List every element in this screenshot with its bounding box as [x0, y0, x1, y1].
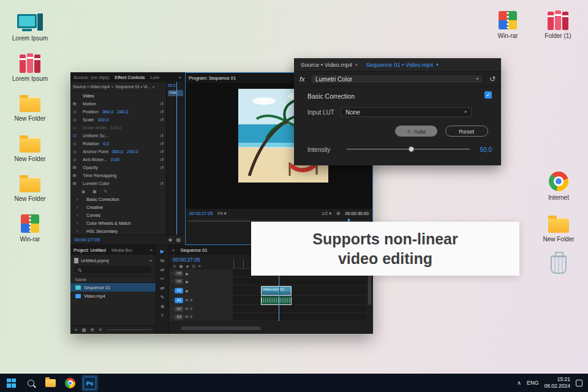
start-button[interactable]	[3, 375, 20, 391]
project-search-input[interactable]	[74, 266, 152, 273]
reset-parameter-icon[interactable]: ↺	[160, 117, 164, 123]
chrome-button[interactable]	[62, 375, 78, 391]
show-keyframes-icon[interactable]: ◉	[168, 237, 172, 243]
desktop-shortcut[interactable]: Win-rar	[9, 211, 51, 243]
sequence-tab[interactable]: Sequence 01	[180, 247, 207, 253]
project-file-row[interactable]: Untitled.prproj ≡	[70, 256, 156, 265]
panel-tab[interactable]: Effect Controls	[115, 75, 145, 80]
effect-row-icon[interactable]: ›	[77, 197, 85, 202]
track-header[interactable]: ▫ A1 M S	[169, 296, 233, 304]
timeline-horizontal-scrollbar[interactable]	[181, 326, 261, 330]
track-badge[interactable]: V2	[175, 279, 183, 284]
tab-overflow-icon[interactable]: »	[148, 247, 153, 253]
effect-row-icon[interactable]: ⊙	[73, 110, 81, 115]
delete-icon[interactable]: ✕	[99, 327, 102, 333]
effect-value[interactable]: 100,0	[110, 125, 121, 130]
effect-select-dropdown[interactable]: Lumetri Color ▾	[311, 74, 483, 84]
new-bin-icon[interactable]: ⊞	[90, 327, 94, 333]
type-tool[interactable]: T	[156, 311, 168, 320]
track-badge[interactable]: A1	[175, 298, 183, 303]
track-toggle-icon[interactable]: S	[190, 315, 192, 318]
effect-row-icon[interactable]: ›	[77, 205, 85, 209]
add-marker-icon[interactable]: ◈	[186, 264, 189, 269]
taskbar-search-button[interactable]	[23, 375, 39, 391]
language-indicator[interactable]: ENG	[527, 380, 539, 386]
track-header[interactable]: ▫ A2 M S	[169, 305, 233, 312]
timeline-settings-icon[interactable]: ⊡	[192, 264, 195, 269]
desktop-shortcut[interactable]: Internet	[537, 169, 580, 202]
track-lane[interactable]	[233, 313, 366, 320]
zoom-slider[interactable]	[107, 330, 151, 330]
track-toggle-icon[interactable]: M	[185, 298, 188, 302]
pen-tool[interactable]: ✎	[156, 293, 168, 302]
effect-row[interactable]: ☑ Uniform Sc... ↺	[70, 132, 166, 140]
effect-row-icon[interactable]: ⊙	[73, 141, 81, 146]
track-badge[interactable]: V3	[175, 271, 183, 276]
effect-row-icon[interactable]: ⊙	[73, 118, 81, 123]
track-toggle-icon[interactable]: S	[190, 307, 192, 311]
intensity-slider-handle[interactable]	[409, 146, 414, 152]
track-header[interactable]: ▫ V2 ◉	[169, 277, 233, 285]
track-header[interactable]: ▫ V3 ◉	[169, 270, 233, 277]
tray-expand-icon[interactable]: ∧	[517, 380, 521, 386]
effect-row[interactable]: ◉ ▣ ✎	[70, 187, 166, 195]
reset-parameter-icon[interactable]: ↺	[160, 133, 164, 138]
auto-button[interactable]: ✧ Auto	[395, 126, 437, 137]
track-lane[interactable]	[233, 277, 366, 285]
desktop-shortcut[interactable]	[537, 252, 580, 284]
razor-tool[interactable]: ✂	[156, 274, 168, 284]
program-tab[interactable]: Program: Sequence 01	[189, 75, 236, 81]
effect-row-icon[interactable]: ⊙	[73, 149, 81, 154]
pan el-tab[interactable]: Project: Untitled	[74, 247, 106, 253]
track-badge[interactable]: A2	[175, 306, 183, 312]
effect-row[interactable]: ⊙ Rotation 0,0 ↺	[70, 140, 166, 148]
desktop-shortcut[interactable]: Lorem Ipsum	[9, 10, 51, 42]
track-toggle-icon[interactable]: M	[185, 307, 188, 311]
hand-tool[interactable]: ⊕	[156, 302, 168, 311]
effect-row[interactable]: ⊙ Scale 100,0 ↺	[70, 116, 166, 124]
effect-row[interactable]: ⊙ Scale Width 100,0	[70, 124, 166, 132]
effect-row-icon[interactable]: ⊙	[73, 126, 81, 130]
effect-row-icon[interactable]: fx	[73, 102, 81, 106]
reset-button[interactable]: Reset	[445, 126, 489, 137]
taskbar-clock[interactable]: 15:21 08.02.2024	[544, 376, 570, 389]
effect-row[interactable]: › Curves	[70, 211, 166, 219]
icon-view-icon[interactable]: ▦	[81, 327, 86, 333]
lock-icon[interactable]: ▫	[172, 307, 173, 311]
basic-correction-checkbox[interactable]: ✓	[484, 91, 492, 99]
panel-options-icon[interactable]: ▦	[176, 237, 181, 243]
chevron-down-icon[interactable]: ▾	[111, 85, 113, 89]
project-item[interactable]: Video.mp4	[70, 292, 156, 300]
timeline-menu-icon[interactable]: ≡	[198, 264, 201, 269]
linked-selection-icon[interactable]: ▣	[179, 264, 183, 269]
desktop-shortcut[interactable]: New Folder	[9, 130, 51, 163]
effect-row[interactable]: Video	[70, 92, 166, 100]
desktop-shortcut[interactable]: New Folder	[537, 211, 580, 243]
track-toggle-icon[interactable]: ◉	[185, 288, 188, 293]
slip-tool[interactable]: ⇄	[156, 284, 168, 293]
effect-row[interactable]: fx Opacity ↺	[70, 164, 166, 172]
track-header[interactable]: ▫ V1 ◉	[169, 285, 233, 295]
video-clip[interactable]: Video.mp4 [V]	[261, 286, 292, 296]
effect-value[interactable]: 360,0	[112, 149, 123, 154]
effect-row-icon[interactable]: fx	[73, 181, 81, 186]
project-name-column-header[interactable]: Name	[70, 276, 156, 283]
chevron-down-icon[interactable]: ▾	[355, 62, 358, 67]
effect-row[interactable]: › HSL Secondary	[70, 227, 166, 235]
effect-row-icon[interactable]: fx	[73, 165, 81, 170]
desktop-shortcut[interactable]: New Folder	[9, 90, 51, 123]
timeline-timecode[interactable]: 00:00:27:05	[173, 257, 200, 263]
panel-tab[interactable]: Lum	[150, 75, 159, 80]
track-lane[interactable]	[233, 285, 366, 295]
effect-value[interactable]: 360,0	[102, 109, 113, 115]
notification-center-icon[interactable]	[576, 380, 582, 386]
audio-clip[interactable]	[261, 296, 292, 305]
effect-row-icon[interactable]: ›	[77, 213, 85, 217]
selection-tool[interactable]: ▶	[156, 247, 168, 256]
effect-row[interactable]: ⊙ Anti-flicker... 0,00 ↺	[70, 156, 166, 164]
desktop-shortcut[interactable]: Win-rar	[486, 7, 529, 40]
desktop-shortcut[interactable]: New Folder	[9, 170, 51, 203]
effect-row-icon[interactable]: ◉ ▣ ✎	[81, 189, 110, 194]
project-item[interactable]: Sequence 01	[70, 283, 156, 292]
pan el-tab[interactable]: Media Bro	[111, 247, 132, 253]
